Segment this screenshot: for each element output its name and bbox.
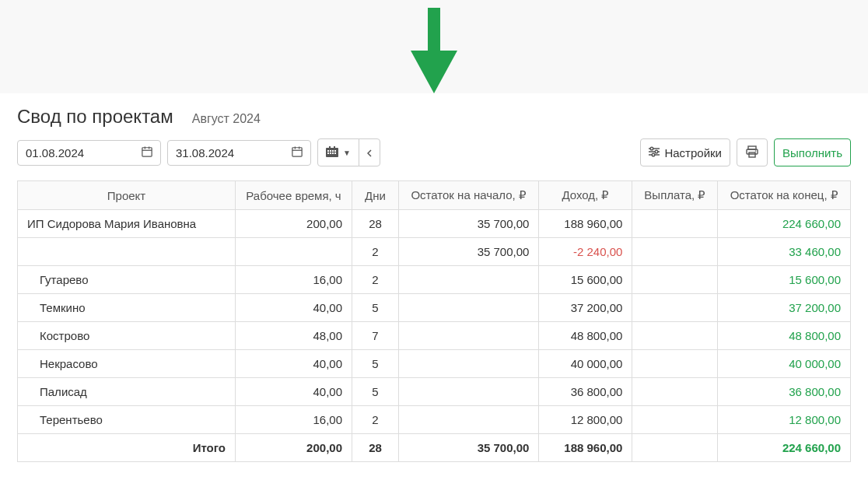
svg-rect-16: [330, 152, 331, 154]
period-label: Август 2024: [192, 112, 261, 126]
svg-rect-12: [330, 150, 331, 152]
cell-project: Кострово: [18, 322, 236, 350]
cell-payout: [632, 294, 718, 322]
cell-start-balance: [399, 406, 539, 434]
table-header-row: Проект Рабочее время, ч Дни Остаток на н…: [18, 181, 851, 210]
svg-rect-17: [332, 152, 334, 154]
svg-rect-2: [142, 147, 152, 156]
cell-days: 28: [352, 210, 399, 238]
cell-start-balance: [399, 322, 539, 350]
cell-start-balance: [399, 266, 539, 294]
col-days: Дни: [352, 181, 399, 210]
table-row[interactable]: 235 700,00-2 240,0033 460,00: [18, 238, 851, 266]
cell-end-balance: 48 800,00: [718, 322, 851, 350]
settings-button-label: Настройки: [664, 146, 722, 159]
run-button-label: Выполнить: [782, 146, 842, 159]
cell-project: Темкино: [18, 294, 236, 322]
calendar-grid-icon: [326, 146, 338, 159]
cell-income: 40 000,00: [539, 350, 632, 378]
cell-payout: [632, 210, 718, 238]
svg-rect-18: [334, 152, 336, 154]
cell-start-balance: [399, 294, 539, 322]
prev-period-button[interactable]: [359, 138, 380, 166]
cell-end-balance: 36 800,00: [718, 378, 851, 406]
svg-rect-15: [327, 152, 329, 154]
cell-work-hours: 48,00: [236, 322, 352, 350]
period-picker-button[interactable]: ▼: [317, 138, 359, 166]
svg-rect-28: [747, 149, 758, 154]
table-row[interactable]: Кострово48,00748 800,0048 800,00: [18, 322, 851, 350]
cell-days: 7: [352, 322, 399, 350]
col-work-hours: Рабочее время, ч: [236, 181, 352, 210]
date-to-input[interactable]: 31.08.2024: [167, 140, 311, 166]
cell-days: 5: [352, 294, 399, 322]
cell-income: 36 800,00: [539, 378, 632, 406]
cell-start-balance: [399, 350, 539, 378]
cell-income: 37 200,00: [539, 294, 632, 322]
report-page: Свод по проектам Август 2024 01.08.2024 …: [0, 93, 868, 475]
cell-work-hours: 16,00: [236, 266, 352, 294]
col-start-balance: Остаток на начало, ₽: [399, 181, 539, 210]
date-from-input[interactable]: 01.08.2024: [17, 140, 161, 166]
cell-payout: [632, 238, 718, 266]
footer-start-balance: 35 700,00: [399, 434, 539, 462]
cell-income: -2 240,00: [539, 238, 632, 266]
svg-rect-19: [329, 146, 331, 149]
cell-days: 2: [352, 406, 399, 434]
cell-work-hours: [236, 238, 352, 266]
date-from-value: 01.08.2024: [26, 146, 84, 159]
print-button[interactable]: [737, 138, 768, 166]
cell-project: [18, 238, 236, 266]
footer-end-balance: 224 660,00: [718, 434, 851, 462]
table-row[interactable]: Темкино40,00537 200,0037 200,00: [18, 294, 851, 322]
svg-point-26: [653, 153, 656, 156]
cell-start-balance: 35 700,00: [399, 210, 539, 238]
chevron-left-icon: [367, 146, 372, 159]
cell-days: 2: [352, 238, 399, 266]
table-row[interactable]: Некрасово40,00540 000,0040 000,00: [18, 350, 851, 378]
settings-button[interactable]: Настройки: [640, 138, 730, 166]
table-row[interactable]: Гутарево16,00215 600,0015 600,00: [18, 266, 851, 294]
col-income: Доход, ₽: [539, 181, 632, 210]
cell-project: Терентьево: [18, 406, 236, 434]
cell-payout: [632, 378, 718, 406]
cell-payout: [632, 406, 718, 434]
table-footer-row: Итого 200,00 28 35 700,00 188 960,00 224…: [18, 434, 851, 462]
cell-days: 5: [352, 350, 399, 378]
footer-income: 188 960,00: [539, 434, 632, 462]
cell-start-balance: 35 700,00: [399, 238, 539, 266]
table-row[interactable]: ИП Сидорова Мария Ивановна200,002835 700…: [18, 210, 851, 238]
cell-start-balance: [399, 378, 539, 406]
table-row[interactable]: Терентьево16,00212 800,0012 800,00: [18, 406, 851, 434]
cell-work-hours: 40,00: [236, 378, 352, 406]
svg-rect-11: [327, 150, 329, 152]
footer-label: Итого: [18, 434, 236, 462]
run-button[interactable]: Выполнить: [774, 138, 851, 166]
footer-work-hours: 200,00: [236, 434, 352, 462]
cell-work-hours: 40,00: [236, 294, 352, 322]
cell-project: Гутарево: [18, 266, 236, 294]
svg-rect-6: [292, 147, 302, 156]
calendar-icon: [292, 146, 303, 159]
cell-end-balance: 224 660,00: [718, 210, 851, 238]
cell-payout: [632, 266, 718, 294]
svg-point-22: [651, 147, 654, 150]
page-title: Свод по проектам: [17, 106, 173, 128]
svg-rect-13: [332, 150, 334, 152]
cell-income: 15 600,00: [539, 266, 632, 294]
cell-payout: [632, 322, 718, 350]
svg-marker-1: [411, 51, 457, 93]
footer-payout: [632, 434, 718, 462]
footer-days: 28: [352, 434, 399, 462]
cell-work-hours: 200,00: [236, 210, 352, 238]
table-row[interactable]: Палисад40,00536 800,0036 800,00: [18, 378, 851, 406]
cell-days: 2: [352, 266, 399, 294]
title-row: Свод по проектам Август 2024: [17, 106, 851, 128]
col-end-balance: Остаток на конец, ₽: [718, 181, 851, 210]
toolbar: 01.08.2024 31.08.2024 ▼: [17, 138, 851, 166]
chevron-down-icon: ▼: [343, 149, 351, 157]
cell-end-balance: 15 600,00: [718, 266, 851, 294]
cell-payout: [632, 350, 718, 378]
col-project: Проект: [18, 181, 236, 210]
cell-project: ИП Сидорова Мария Ивановна: [18, 210, 236, 238]
